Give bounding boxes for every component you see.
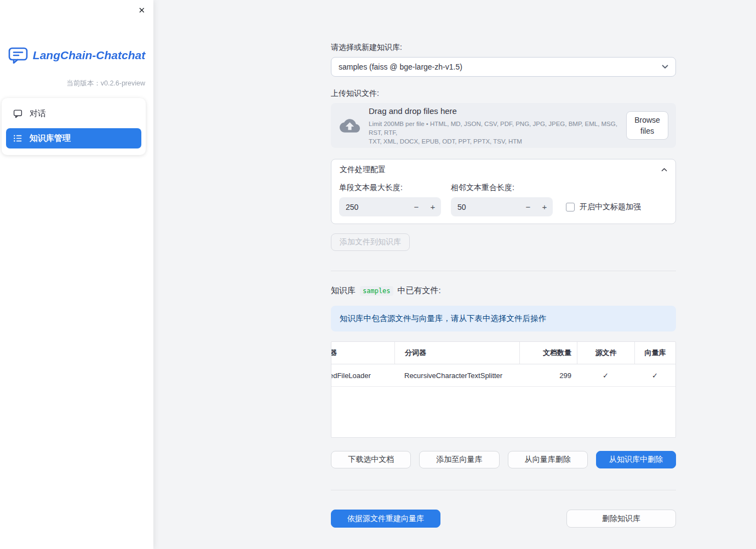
- divider: [331, 271, 676, 271]
- add-to-vector-store-button[interactable]: 添加至向量库: [419, 451, 499, 468]
- max-length-group: 单段文本最大长度: 250 − +: [339, 182, 441, 216]
- add-files-button[interactable]: 添加文件到知识库: [331, 233, 410, 251]
- drag-drop-text: Drag and drop files here: [369, 106, 617, 117]
- kb-select-label: 请选择或新建知识库:: [331, 42, 676, 53]
- kb-selectbox-value: samples (faiss @ bge-large-zh-v1.5): [339, 62, 462, 71]
- column-header-doc-count[interactable]: 文档数量: [519, 342, 577, 364]
- overlap-group: 相邻文本重合长度: 50 − +: [451, 182, 553, 216]
- kb-files-suffix: 中已有文件:: [398, 285, 441, 296]
- cell-loader: UnstructuredFileLoader: [331, 371, 394, 380]
- uploader-text-block: Drag and drop files here Limit 200MB per…: [369, 106, 617, 146]
- decrement-button[interactable]: −: [408, 197, 425, 216]
- sidebar-menu: 对话 知识库管理: [2, 98, 146, 155]
- version-text: 当前版本：v0.2.6-preview: [0, 79, 153, 88]
- browse-files-button[interactable]: Browse files: [626, 111, 668, 140]
- logo-chat-icon: [8, 47, 28, 64]
- overlap-value: 50: [451, 203, 520, 211]
- uploader-limit-line2: TXT, XML, DOCX, EPUB, ODT, PPT, PPTX, TS…: [369, 137, 617, 146]
- chevron-up-icon: [661, 168, 667, 172]
- sidebar-item-knowledge-base[interactable]: 知识库管理: [6, 128, 141, 148]
- column-header-source[interactable]: 源文件: [577, 342, 634, 364]
- spacer: [449, 510, 558, 528]
- table-header-row: 文档加载器 分词器 文档数量 源文件 向量库: [331, 342, 675, 364]
- version-value: v0.2.6-preview: [101, 79, 145, 87]
- file-action-buttons: 下载选中文档 添加至向量库 从向量库删除 从知识库中删除: [331, 451, 676, 468]
- expander-header[interactable]: 文件处理配置: [331, 159, 675, 180]
- main-area: 请选择或新建知识库: samples (faiss @ bge-large-zh…: [153, 0, 756, 528]
- kb-selectbox[interactable]: samples (faiss @ bge-large-zh-v1.5): [331, 57, 676, 77]
- column-header-loader[interactable]: 文档加载器: [331, 348, 394, 358]
- kb-name-code: samples: [360, 286, 393, 296]
- sidebar-item-dialogue[interactable]: 对话: [6, 104, 141, 124]
- delete-kb-button[interactable]: 删除知识库: [566, 510, 676, 528]
- cell-vector-check: ✓: [634, 371, 675, 380]
- sidebar-item-label: 对话: [30, 108, 46, 119]
- increment-button[interactable]: +: [536, 197, 553, 216]
- column-header-splitter[interactable]: 分词器: [394, 342, 519, 364]
- column-header-vector[interactable]: 向量库: [634, 342, 675, 364]
- sidebar: ✕ LangChain-Chatchat 当前版本：v0.2.6-preview…: [0, 0, 153, 549]
- max-length-input[interactable]: 250 − +: [339, 197, 441, 216]
- max-length-value: 250: [339, 203, 408, 211]
- file-uploader-dropzone[interactable]: Drag and drop files here Limit 200MB per…: [331, 103, 676, 148]
- cloud-upload-icon: [340, 116, 360, 136]
- download-selected-button[interactable]: 下载选中文档: [331, 451, 411, 468]
- app-title: LangChain-Chatchat: [33, 49, 145, 62]
- app-logo: LangChain-Chatchat: [0, 47, 153, 64]
- delete-from-vector-store-button[interactable]: 从向量库删除: [508, 451, 588, 468]
- sidebar-item-label: 知识库管理: [30, 133, 71, 144]
- chevron-down-icon: [662, 65, 668, 69]
- kb-files-prefix: 知识库: [331, 285, 356, 296]
- decrement-button[interactable]: −: [520, 197, 536, 216]
- expander-title: 文件处理配置: [340, 165, 386, 175]
- uploader-limit-line1: Limit 200MB per file • HTML, MD, JSON, C…: [369, 119, 617, 137]
- kb-files-heading: 知识库 samples 中已有文件:: [331, 285, 676, 296]
- table-row[interactable]: UnstructuredFileLoader RecursiveCharacte…: [331, 364, 675, 387]
- overlap-input[interactable]: 50 − +: [451, 197, 553, 216]
- increment-button[interactable]: +: [425, 197, 441, 216]
- delete-from-kb-button[interactable]: 从知识库中删除: [596, 451, 676, 468]
- info-alert: 知识库中包含源文件与向量库，请从下表中选择文件后操作: [331, 306, 676, 331]
- version-label: 当前版本：: [66, 79, 101, 87]
- checkbox-label: 开启中文标题加强: [580, 202, 641, 212]
- upload-label: 上传知识文件:: [331, 88, 676, 99]
- list-icon: [13, 134, 22, 143]
- expander-body: 单段文本最大长度: 250 − + 相邻文本重合长度: 50 − +: [331, 180, 675, 224]
- files-table: 文档加载器 分词器 文档数量 源文件 向量库 UnstructuredFileL…: [331, 341, 676, 438]
- max-length-label: 单段文本最大长度:: [339, 182, 441, 193]
- overlap-label: 相邻文本重合长度:: [451, 182, 553, 193]
- cell-splitter: RecursiveCharacterTextSplitter: [394, 371, 519, 380]
- rebuild-vector-store-button[interactable]: 依据源文件重建向量库: [331, 510, 440, 528]
- checkbox-icon: [566, 203, 575, 211]
- chat-bubble-icon: [13, 109, 22, 118]
- file-config-expander: 文件处理配置 单段文本最大长度: 250 − + 相邻文本重合长度:: [331, 159, 676, 224]
- cell-doc-count: 299: [519, 371, 577, 380]
- content-column: 请选择或新建知识库: samples (faiss @ bge-large-zh…: [331, 0, 676, 528]
- info-alert-text: 知识库中包含源文件与向量库，请从下表中选择文件后操作: [340, 313, 546, 324]
- uploader-limit-text: Limit 200MB per file • HTML, MD, JSON, C…: [369, 119, 617, 146]
- zh-title-enhance-checkbox[interactable]: 开启中文标题加强: [566, 202, 641, 212]
- kb-action-buttons: 依据源文件重建向量库 删除知识库: [331, 510, 676, 528]
- close-icon[interactable]: ✕: [137, 4, 146, 16]
- divider: [331, 490, 676, 490]
- cell-source-check: ✓: [577, 371, 634, 380]
